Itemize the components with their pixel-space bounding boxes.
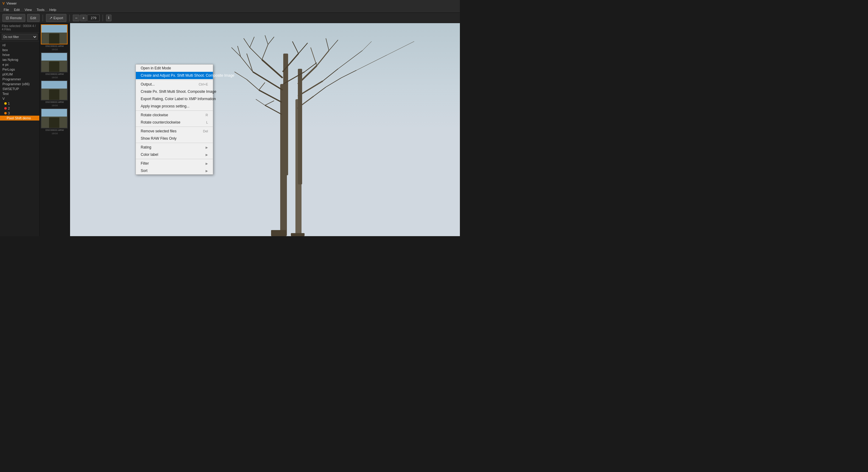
svg-line-25 <box>292 41 299 54</box>
ctx-sep-2 <box>136 110 213 111</box>
thumb-sublabel-4: 16/16 <box>41 132 68 135</box>
svg-line-40 <box>326 78 341 87</box>
svg-line-45 <box>402 41 414 47</box>
ctx-export-rating[interactable]: Export Rating, Color Label to XMP Inform… <box>136 95 213 103</box>
thumb-label-4: DSC00022.ARW <box>41 128 68 132</box>
thumb-label-3: DSC00022.ARW <box>41 100 68 104</box>
svg-line-10 <box>250 47 262 60</box>
ctx-remove-files[interactable]: Remove selected files Del <box>136 128 213 135</box>
svg-line-41 <box>341 70 356 78</box>
ctx-filter-arrow: ▶ <box>206 162 208 165</box>
menu-view[interactable]: View <box>22 7 34 12</box>
export-button[interactable]: ↗ Export <box>46 14 67 22</box>
svg-line-43 <box>372 55 387 63</box>
sidebar-item-programmer[interactable]: Programmer <box>0 77 39 81</box>
sidebar-item-rd[interactable]: rd <box>0 43 39 47</box>
svg-line-30 <box>338 60 350 69</box>
menu-help[interactable]: Help <box>47 7 59 12</box>
app-logo: V <box>2 2 5 5</box>
thumbnail-1[interactable]: DSC00022.ARW 16/16 <box>41 24 68 51</box>
color-dot-yellow <box>4 102 7 105</box>
ctx-sep-4 <box>136 143 213 143</box>
ctx-show-raw[interactable]: Show RAW Files Only <box>136 135 213 142</box>
sidebar-item-2[interactable]: 2 <box>0 106 39 111</box>
ctx-sort[interactable]: Sort ▶ <box>136 167 213 174</box>
menu-tools[interactable]: Tools <box>34 7 47 12</box>
svg-rect-1 <box>283 54 288 175</box>
menu-edit[interactable]: Edit <box>11 7 22 12</box>
ctx-apply-process[interactable]: Apply image process setting... <box>136 103 213 110</box>
thumbnail-3[interactable]: DSC00022.ARW 16/16 <box>41 80 68 107</box>
info-button[interactable]: ℹ <box>106 14 112 21</box>
svg-line-27 <box>329 40 338 50</box>
thumb-tree-4 <box>41 109 67 128</box>
ctx-create-px[interactable]: Create Px. Shift Multi Shoot. Composite … <box>136 88 213 95</box>
svg-line-12 <box>241 57 253 72</box>
svg-line-21 <box>265 35 268 44</box>
tree-image-svg <box>201 23 414 236</box>
zoom-control: − + <box>73 14 100 21</box>
ctx-color-label[interactable]: Color label ▶ <box>136 151 213 158</box>
ctx-open-edit[interactable]: Open in Edit Mode <box>136 65 213 72</box>
thumbnail-strip: DSC00022.ARW 16/16 DSC00022.ARW 16/16 DS… <box>40 23 70 236</box>
sidebar-item-v[interactable]: V <box>0 96 39 101</box>
sidebar-item-programmer-x86[interactable]: Programmer (x86) <box>0 81 39 87</box>
zoom-input[interactable] <box>87 14 100 21</box>
filter-bar: Do not filter <box>0 33 39 41</box>
thumb-img-4 <box>41 108 68 128</box>
svg-rect-47 <box>291 233 305 236</box>
svg-rect-46 <box>271 230 286 236</box>
thumb-sublabel-3: 16/16 <box>41 104 68 107</box>
thumb-tree-1 <box>41 25 67 44</box>
svg-line-37 <box>265 101 274 105</box>
thumbnail-4[interactable]: DSC00022.ARW 16/16 <box>41 108 68 135</box>
ctx-sep-3 <box>136 127 213 127</box>
thumb-sublabel-1: 16/16 <box>41 48 68 51</box>
ctx-rotate-cw[interactable]: Rotate clockwise R <box>136 111 213 119</box>
sidebar-item-epc[interactable]: e pc <box>0 62 39 67</box>
sidebar-item-pixum[interactable]: pIXUM <box>0 72 39 77</box>
sidebar-item-perlogs[interactable]: PerLogs <box>0 67 39 72</box>
svg-line-26 <box>299 43 308 54</box>
sidebar-tree: rd box hrive ias Nykrog e pc PerLogs pIX… <box>0 41 39 236</box>
sidebar-item-nykrog[interactable]: ias Nykrog <box>0 57 39 62</box>
ctx-output[interactable]: Output... Ctrl+E <box>136 81 213 88</box>
thumbnail-2[interactable]: DSC00022.ARW 16/16 <box>41 52 68 79</box>
sidebar-item-box[interactable]: box <box>0 47 39 52</box>
thumb-img-2 <box>41 52 68 72</box>
ctx-rating[interactable]: Rating ▶ <box>136 144 213 151</box>
files-selected-label: Files selected : 00004 4 / 4 Files <box>0 23 39 33</box>
svg-line-28 <box>326 38 329 50</box>
menu-file[interactable]: File <box>1 7 11 12</box>
ctx-filter[interactable]: Filter ▶ <box>136 160 213 167</box>
sidebar-item-1[interactable]: 1 <box>0 101 39 106</box>
sidebar-item-3[interactable]: 3 <box>0 111 39 115</box>
svg-line-13 <box>247 54 253 72</box>
color-dot-red <box>4 107 7 109</box>
context-menu: Open in Edit Mode Create and Adjust Px. … <box>135 64 213 175</box>
filter-select[interactable]: Do not filter <box>2 34 37 40</box>
svg-line-42 <box>356 63 372 70</box>
title-bar: V Viewer <box>0 0 460 7</box>
thumb-tree-3 <box>41 81 67 100</box>
svg-line-35 <box>259 82 265 90</box>
zoom-in-button[interactable]: + <box>80 14 87 21</box>
sidebar-item-test[interactable]: Test <box>0 91 39 96</box>
edit-button[interactable]: Edit <box>27 14 40 22</box>
menu-bar: File Edit View Tools Help <box>0 7 460 13</box>
ctx-rotate-ccw[interactable]: Rotate counterclockwise L <box>136 119 213 126</box>
sidebar-item-hrive[interactable]: hrive <box>0 52 39 57</box>
svg-rect-3 <box>298 69 302 184</box>
svg-line-33 <box>247 79 259 90</box>
remote-button[interactable]: ⊡ Remote <box>2 14 25 22</box>
ctx-sep-5 <box>136 159 213 159</box>
zoom-out-button[interactable]: − <box>73 14 80 21</box>
sidebar-item-pixel-shift[interactable]: Pixel Shift demo <box>0 115 39 121</box>
toolbar-separator-3 <box>103 14 103 21</box>
svg-line-11 <box>262 44 268 60</box>
svg-line-44 <box>387 47 402 55</box>
toolbar: ⊡ Remote Edit ↗ Export − + ℹ <box>0 13 460 23</box>
ctx-create-adjust[interactable]: Create and Adjust Px. Shift Multi Shoot.… <box>136 72 213 79</box>
sidebar-item-swsetup[interactable]: SWSETUP <box>0 87 39 91</box>
main-background <box>70 23 460 236</box>
